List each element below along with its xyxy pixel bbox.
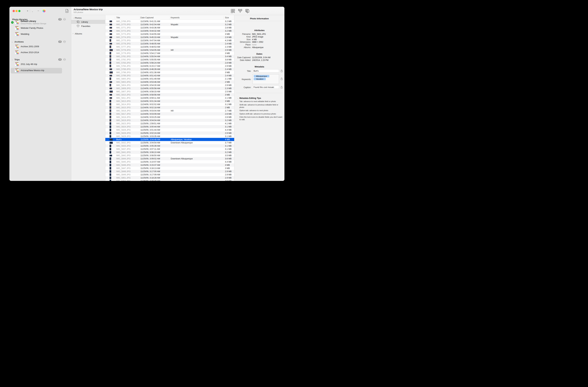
unlock-icon[interactable]: [281, 69, 283, 72]
photo-thumbnail: [109, 113, 111, 115]
table-row[interactable]: IMG_5851.JPG 11/25/09, 3:18:28 AM 2.9 MB: [105, 176, 234, 179]
table-row[interactable]: IMG_5818.JPG 11/24/09, 9:03:25 AM 2.6 MB: [105, 115, 234, 119]
more-options-icon[interactable]: •••: [63, 41, 66, 43]
cell-title: IMG_5851.JPG: [116, 177, 140, 179]
table-row[interactable]: IMG_5817.JPG 11/24/09, 9:03:09 AM 2.6 MB: [105, 112, 234, 115]
unlock-icon[interactable]: [281, 86, 283, 89]
table-row[interactable]: IMG_5802.JPG 11/24/09, 8:53:46 AM 2 MB: [105, 80, 234, 84]
table-row[interactable]: IMG_5844.JPG 11/25/09, 3:09:02 AM Downto…: [105, 157, 234, 160]
library-name: 2011 July 4th trip: [21, 63, 37, 65]
window-zoom-button[interactable]: [18, 10, 21, 12]
source-item-library[interactable]: Library: [71, 20, 105, 24]
table-header[interactable]: Title Date Captured Keywords Size: [105, 16, 234, 20]
table-row[interactable]: IMG_5828.JPG 11/25/09, 3:02:24 AM 2.9 MB: [105, 132, 234, 135]
source-item-favorites[interactable]: Favorites: [71, 24, 105, 28]
table-row[interactable]: IMG_5769.JPG 11/23/09, 9:41:31 AM 3.2 MB: [105, 20, 234, 23]
table-row[interactable]: IMG_5782.JPG 11/24/09, 5:55:55 AM 3.8 MB: [105, 58, 234, 61]
table-row[interactable]: IMG_5813.JPG 11/24/09, 9:01:34 AM 3 MB: [105, 99, 234, 103]
table-row[interactable]: IMG_5826.JPG 11/25/09, 3:01:44 AM 4.4 MB: [105, 128, 234, 132]
photo-thumbnail: [109, 75, 112, 76]
sidebar-section-header[interactable]: ⌄Trips2•••: [9, 58, 71, 61]
table-row[interactable]: IMG_5814.JPG 11/24/09, 9:02:02 AM 3.1 MB: [105, 103, 234, 106]
table-row[interactable]: IMG_5854.JPG 11/25/09, 3:20:49 AM 3.5 MB: [105, 179, 234, 181]
table-row[interactable]: IMG_5832.JPG 11/25/09, 3:04:54 AM Downto…: [105, 141, 234, 144]
table-row[interactable]: IMG_5810.JPG 11/24/09, 8:58:56 AM 3 MB: [105, 93, 234, 96]
table-row[interactable]: IMG_5807.JPG 11/24/09, 8:58:33 AM 2.5 MB: [105, 90, 234, 93]
table-row[interactable]: IMG_5848.JPG 11/25/09, 3:17:00 AM 2.9 MB: [105, 170, 234, 173]
table-row[interactable]: IMG_5799.JPG 11/24/09, 8:51:43 AM 2.4 MB: [105, 74, 234, 77]
cell-title: IMG_5819.JPG: [116, 119, 140, 122]
chevron-down-icon[interactable]: ⌄: [31, 9, 34, 13]
table-row[interactable]: IMG_5829.JPG 11/25/09, 3:03:35 AM 3.1 MB: [105, 135, 234, 138]
table-row-selected[interactable]: Burt's 11/25/09, 3:04:48 AM Albuquerque,…: [105, 138, 234, 141]
table-row[interactable]: IMG_5849.JPG 11/25/09, 3:17:09 AM 2.9 MB: [105, 173, 234, 176]
table-row[interactable]: IMG_5841.JPG 11/25/09, 3:08:10 AM 3.2 MB: [105, 151, 234, 154]
cell-title: IMG_5847.JPG: [116, 167, 140, 169]
remove-library-button[interactable]: −: [37, 9, 40, 13]
cell-title: IMG_5771.JPG: [116, 26, 140, 29]
table-row[interactable]: IMG_5815.JPG 11/24/09, 9:02:18 AM 2 MB: [105, 106, 234, 109]
merge-photos-icon[interactable]: [238, 9, 242, 13]
add-library-button[interactable]: +: [26, 9, 29, 13]
table-row[interactable]: IMG_5770.JPG 11/23/09, 9:42:04 AM Wupatk…: [105, 23, 234, 26]
more-options-icon[interactable]: •••: [63, 18, 66, 21]
window-minimize-button[interactable]: [16, 10, 18, 12]
table-row[interactable]: IMG_5824.JPG 11/25/09, 3:00:44 AM 3.1 MB: [105, 125, 234, 128]
export-photos-icon[interactable]: [245, 9, 250, 13]
table-row[interactable]: IMG_5779.JPG 11/24/09, 5:54:17 AM 3 MB: [105, 52, 234, 55]
table-row[interactable]: IMG_5781.JPG 11/24/09, 5:55:04 AM 3.4 MB: [105, 55, 234, 58]
table-row[interactable]: IMG_5778.JPG 11/24/09, 5:54:05 AM I40 2.…: [105, 48, 234, 52]
keywords-box[interactable]: AlbuquerqueVacation: [252, 74, 279, 84]
unlock-icon[interactable]: [281, 77, 283, 80]
table-row[interactable]: IMG_5837.JPG 11/25/09, 3:07:11 AM 3.1 MB: [105, 147, 234, 151]
table-row[interactable]: IMG_5811.JPG 11/24/09, 8:59:11 AM 2.1 MB: [105, 96, 234, 99]
table-row[interactable]: IMG_5823.JPG 11/25/09, 2:59:51 AM 4.1 MB: [105, 122, 234, 125]
column-date-captured: Date Captured: [140, 17, 171, 19]
table-row[interactable]: IMG_5800.JPG 11/24/09, 8:51:49 AM 2.1 MB: [105, 77, 234, 80]
info-value: IMG_5831.JPG: [252, 33, 266, 35]
table-row[interactable]: IMG_5774.JPG 11/23/09, 9:45:33 AM Wupatk…: [105, 36, 234, 39]
title-input[interactable]: [252, 69, 279, 72]
find-duplicates-icon[interactable]: [231, 9, 235, 13]
table-row[interactable]: IMG_5816.JPG 11/24/09, 9:03:04 AM I40 2.…: [105, 109, 234, 112]
table-row[interactable]: IMG_5772.JPG 11/23/09, 9:44:32 AM 3.2 MB: [105, 29, 234, 32]
cell-date-captured: 11/25/09, 3:10:07 AM: [140, 161, 171, 163]
table-row[interactable]: IMG_5846.JPG 11/25/09, 3:15:37 AM 3 MB: [105, 163, 234, 167]
cell-title: IMG_5778.JPG: [116, 49, 140, 51]
more-options-icon[interactable]: •••: [63, 58, 66, 61]
table-row[interactable]: IMG_5804.JPG 11/24/09, 8:54:30 AM 2.9 MB: [105, 84, 234, 87]
table-row[interactable]: IMG_5845.JPG 11/25/09, 3:10:07 AM 4.4 MB: [105, 160, 234, 163]
table-row[interactable]: IMG_5771.JPG 11/23/09, 9:43:36 AM 2.8 MB: [105, 26, 234, 29]
table-row[interactable]: IMG_5773.JPG 11/23/09, 9:44:55 AM 3 MB: [105, 32, 234, 36]
table-row[interactable]: IMG_5784.JPG 11/24/09, 6:15:17 AM 2.9 MB: [105, 64, 234, 68]
table-row[interactable]: IMG_5789.JPG 11/24/09, 8:46:39 AM 2.4 MB: [105, 68, 234, 71]
keyword-tag[interactable]: Vacation: [254, 78, 266, 80]
table-row[interactable]: IMG_5847.JPG 11/25/09, 3:16:13 AM 3 MB: [105, 167, 234, 170]
table-row[interactable]: IMG_5833.JPG 11/25/09, 3:05:39 AM 3.1 MB: [105, 144, 234, 147]
chevron-down-icon[interactable]: ⌄: [237, 97, 239, 99]
sidebar-section-header[interactable]: ⌄Archives2•••: [9, 41, 71, 44]
photo-thumbnail: [109, 103, 111, 106]
keyword-tag[interactable]: Albuquerque: [254, 75, 269, 77]
table-row[interactable]: IMG_5806.JPG 11/24/09, 8:55:58 AM 2.3 MB: [105, 87, 234, 90]
cell-date-captured: 11/24/09, 8:55:58 AM: [140, 87, 171, 90]
document-icon[interactable]: [65, 9, 68, 13]
photo-thumbnail: [109, 170, 111, 173]
window-close-button[interactable]: [13, 10, 15, 12]
table-row[interactable]: IMG_5775.JPG 11/23/09, 9:47:04 AM 4.3 MB: [105, 39, 234, 42]
cell-date-captured: 11/25/09, 3:01:44 AM: [140, 129, 171, 131]
table-row[interactable]: IMG_5776.JPG 11/23/09, 9:48:05 AM 2.4 MB: [105, 42, 234, 45]
cell-date-captured: 11/23/09, 9:44:55 AM: [140, 33, 171, 35]
column-keywords: Keywords: [171, 17, 225, 19]
table-row[interactable]: IMG_5842.JPG 11/25/09, 3:08:50 AM 3.5 MB: [105, 154, 234, 157]
caption-input[interactable]: [252, 86, 279, 89]
table-row[interactable]: IMG_5783.JPG 11/24/09, 5:56:24 AM 2.8 MB: [105, 61, 234, 64]
table-row[interactable]: IMG_5777.JPG 11/23/09, 9:48:53 AM 2.3 MB: [105, 45, 234, 48]
table-row[interactable]: IMG_5798.JPG 11/24/09, 8:51:38 AM 3 MB: [105, 71, 234, 74]
cell-size: 2.8 MB: [225, 62, 234, 64]
cell-size: 2.3 MB: [225, 87, 234, 90]
photo-thumbnail: [109, 155, 112, 156]
cell-title: IMG_5814.JPG: [116, 103, 140, 106]
cell-keywords: Wupatki: [171, 23, 225, 26]
table-row[interactable]: IMG_5819.JPG 11/24/09, 9:04:04 AM 3.2 MB: [105, 119, 234, 122]
